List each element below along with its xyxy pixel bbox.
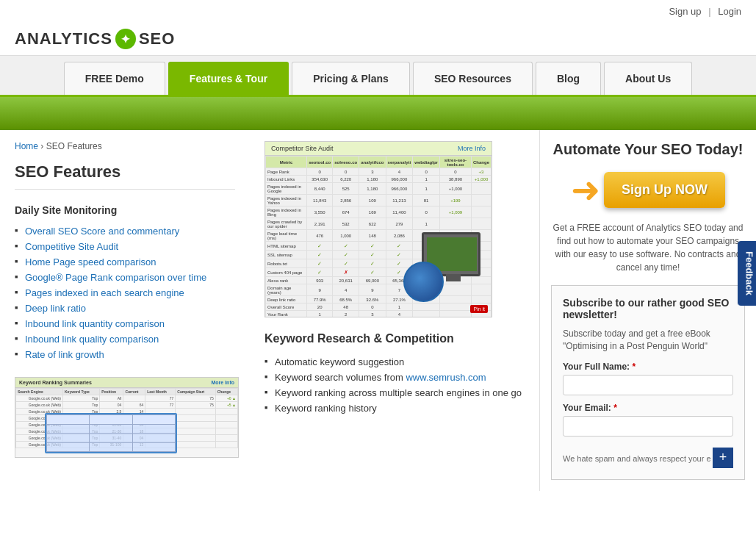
audit-more-info: More Info <box>458 145 486 152</box>
list-item: Google® Page Rank comparison over time <box>15 270 235 285</box>
nav-about-us[interactable]: About Us <box>604 62 692 95</box>
subscribe-plus-button[interactable]: + <box>713 448 733 468</box>
breadcrumb-separator: › <box>40 141 46 151</box>
feature-list-monitoring: Overall SEO Score and commentary Competi… <box>15 223 235 362</box>
logo-icon: ✦ <box>115 29 136 49</box>
login-link[interactable]: Login <box>718 6 741 17</box>
list-item: Automatic keyword suggestion <box>264 354 525 370</box>
feedback-tab[interactable]: Feedback <box>738 241 756 306</box>
section-daily-monitoring-title: Daily Site Monitoring <box>15 204 235 216</box>
logo-analytics-text: ANALYTICS <box>15 29 112 49</box>
nav-seo-resources[interactable]: SEO Resources <box>413 62 533 95</box>
top-separator: | <box>708 6 710 17</box>
feature-link[interactable]: Rate of link growth <box>25 349 104 360</box>
signup-link[interactable]: Sign up <box>669 6 701 17</box>
nav-free-demo[interactable]: FREE Demo <box>64 62 165 95</box>
nav-bar: FREE Demo Features & Tour Pricing & Plan… <box>0 56 756 97</box>
list-item: Home Page speed comparison <box>15 254 235 270</box>
globe-monitor-decoration <box>403 229 484 302</box>
banner <box>0 97 756 130</box>
logo-seo-text: SEO <box>139 29 175 49</box>
list-item: Inbound link quality comparison <box>15 331 235 347</box>
globe-shape <box>403 262 444 302</box>
header: ANALYTICS ✦ SEO <box>0 23 756 56</box>
breadcrumb-home[interactable]: Home <box>15 141 38 151</box>
list-item: Pages indexed in each search engine <box>15 285 235 301</box>
newsletter-box: Subscribe to our rather good SEO newslet… <box>551 285 745 480</box>
logo[interactable]: ANALYTICS ✦ SEO <box>15 29 175 49</box>
nav-pricing-plans[interactable]: Pricing & Plans <box>292 62 410 95</box>
list-item: Rate of link growth <box>15 347 235 362</box>
list-item: Overall SEO Score and commentary <box>15 223 235 239</box>
semrush-link[interactable]: www.semrush.com <box>406 372 486 383</box>
main-container: Home › SEO Features SEO Features Daily S… <box>0 130 756 491</box>
audit-image-container: Competitor Site Audit More Info Metricse… <box>264 141 492 317</box>
audit-header: Competitor Site Audit More Info <box>265 142 492 156</box>
list-item: Inbound link quantity comparison <box>15 316 235 331</box>
nav-features-tour[interactable]: Features & Tour <box>168 62 289 95</box>
feature-link[interactable]: Competitive Site Audit <box>25 241 118 252</box>
feature-link[interactable]: Google® Page Rank comparison over time <box>25 272 206 283</box>
feature-link[interactable]: Deep link ratio <box>25 303 86 314</box>
list-item: Competitive Site Audit <box>15 239 235 254</box>
name-required-star: * <box>632 362 636 372</box>
arrow-icon: ➜ <box>571 169 600 210</box>
keyword-feature-list: Automatic keyword suggestion Keyword sea… <box>264 354 525 416</box>
keyword-ranking-thumbnail: Keyword Ranking Summaries More Info Sear… <box>15 377 239 458</box>
list-item: Keyword search volumes from www.semrush.… <box>264 370 525 385</box>
email-required-star: * <box>613 403 617 413</box>
feature-link[interactable]: Inbound link quantity comparison <box>25 318 165 329</box>
thumbnail-more-info: More Info <box>212 380 235 385</box>
list-item: Keyword ranking history <box>264 400 525 416</box>
thumbnail-title: Keyword Ranking Summaries <box>19 380 92 385</box>
page-title: SEO Features <box>15 162 235 190</box>
feature-link[interactable]: Home Page speed comparison <box>25 256 156 267</box>
name-input[interactable] <box>563 375 733 395</box>
middle-content: Competitor Site Audit More Info Metricse… <box>250 130 539 491</box>
audit-header-label: Competitor Site Audit <box>271 145 334 152</box>
keyword-section-title: Keyword Research & Competition <box>264 332 525 345</box>
signup-button[interactable]: Sign Up NOW <box>604 172 725 208</box>
top-bar: Sign up | Login <box>0 0 756 23</box>
pinterest-pin[interactable]: Pin it <box>470 305 488 313</box>
newsletter-desc: Subscribe today and get a free eBook "Op… <box>563 328 733 353</box>
nav-blog[interactable]: Blog <box>536 62 601 95</box>
breadcrumb: Home › SEO Features <box>15 141 235 151</box>
email-input[interactable] <box>563 416 733 437</box>
spam-note: We hate spam and always respect your e <box>563 454 711 463</box>
email-label: Your Email: * <box>563 403 733 413</box>
keyword-section: Keyword Research & Competition Automatic… <box>264 332 525 416</box>
list-item: Deep link ratio <box>15 301 235 316</box>
right-sidebar: Automate Your SEO Today! ➜ Sign Up NOW G… <box>539 130 756 491</box>
feature-link[interactable]: Inbound link quality comparison <box>25 334 159 345</box>
monitor-stand <box>446 274 461 281</box>
signup-area: ➜ Sign Up NOW <box>551 169 745 210</box>
list-item: Keyword ranking across multiple search e… <box>264 385 525 400</box>
left-content: Home › SEO Features SEO Features Daily S… <box>0 130 250 491</box>
breadcrumb-current: SEO Features <box>46 141 102 151</box>
name-label: Your Full Name: * <box>563 362 733 372</box>
newsletter-title: Subscribe to our rather good SEO newslet… <box>563 297 733 320</box>
feature-link[interactable]: Overall SEO Score and commentary <box>25 226 179 237</box>
sidebar-description: Get a FREE account of Analytics SEO toda… <box>551 221 745 274</box>
automate-title: Automate Your SEO Today! <box>551 141 745 158</box>
feature-link[interactable]: Pages indexed in each search engine <box>25 287 184 298</box>
